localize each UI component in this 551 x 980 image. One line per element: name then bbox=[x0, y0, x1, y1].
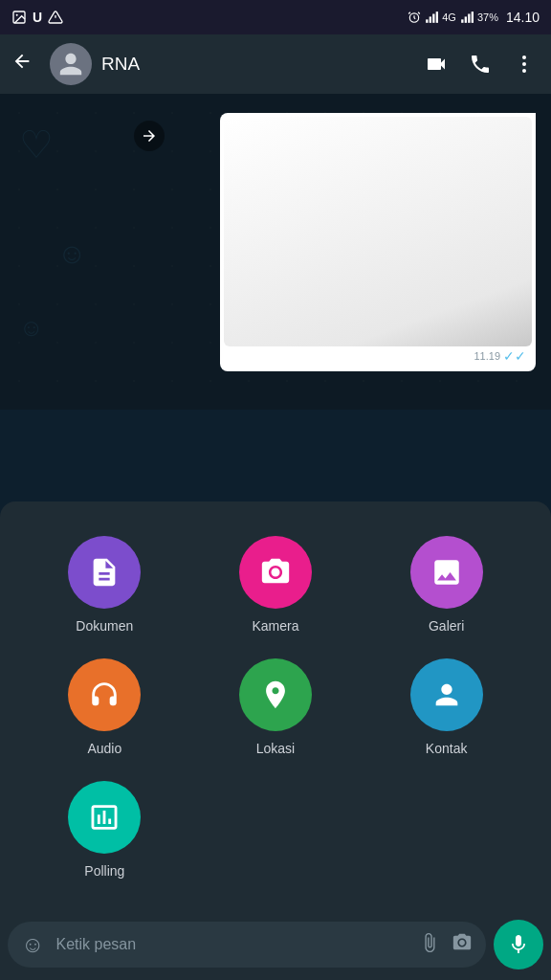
emoji-button[interactable]: ☺ bbox=[21, 931, 45, 958]
kamera-icon-circle bbox=[239, 536, 312, 609]
chat-header: RNA bbox=[0, 34, 551, 94]
status-right-icons: 4G 37% 14.10 bbox=[408, 10, 540, 25]
attachment-kamera[interactable]: Kamera bbox=[190, 528, 362, 641]
more-options-button[interactable] bbox=[505, 45, 543, 83]
kontak-icon-circle bbox=[410, 658, 483, 731]
lokasi-label: Lokasi bbox=[256, 741, 295, 756]
input-bar: ☺ Ketik pesan bbox=[0, 909, 551, 980]
message-ticks: ✓✓ bbox=[503, 348, 526, 364]
svg-rect-11 bbox=[461, 19, 463, 23]
dokumen-label: Dokumen bbox=[76, 618, 133, 634]
u-status-icon: U bbox=[33, 10, 42, 25]
svg-line-5 bbox=[408, 12, 410, 14]
time-display: 14.10 bbox=[506, 10, 540, 25]
kamera-label: Kamera bbox=[252, 618, 298, 634]
svg-point-15 bbox=[522, 56, 526, 59]
svg-line-6 bbox=[418, 12, 420, 14]
message-input-placeholder[interactable]: Ketik pesan bbox=[56, 936, 408, 953]
attachment-panel: Dokumen Kamera Galeri Audio Lokasi bbox=[0, 501, 551, 909]
audio-icon-circle bbox=[68, 658, 141, 731]
lokasi-icon-circle bbox=[239, 658, 312, 731]
battery-label: 37% bbox=[477, 11, 498, 23]
attachment-polling[interactable]: Polling bbox=[19, 773, 190, 886]
message-bubble: 11.19 ✓✓ bbox=[220, 113, 536, 371]
status-bar: U 4G 37% 14.10 bbox=[0, 0, 551, 34]
back-button[interactable] bbox=[4, 43, 40, 85]
svg-point-16 bbox=[522, 62, 526, 66]
deco-2: ☺ bbox=[57, 237, 87, 270]
signal-icon bbox=[425, 11, 438, 24]
attachment-audio[interactable]: Audio bbox=[19, 651, 190, 764]
polling-icon-circle bbox=[68, 781, 141, 854]
svg-rect-12 bbox=[465, 16, 467, 22]
deco-3: ☺ bbox=[19, 314, 44, 342]
message-input-container: ☺ Ketik pesan bbox=[8, 922, 486, 968]
attachment-galeri[interactable]: Galeri bbox=[361, 528, 532, 641]
galeri-label: Galeri bbox=[429, 618, 464, 634]
avatar bbox=[50, 43, 92, 85]
attachment-lokasi[interactable]: Lokasi bbox=[190, 651, 362, 764]
audio-label: Audio bbox=[87, 741, 121, 756]
video-call-button[interactable] bbox=[417, 45, 455, 83]
warning-status-icon bbox=[48, 10, 63, 25]
status-left-icons: U bbox=[11, 10, 63, 25]
svg-rect-14 bbox=[472, 11, 474, 23]
dokumen-icon-circle bbox=[68, 536, 141, 609]
signal2-icon bbox=[460, 11, 474, 24]
svg-rect-9 bbox=[432, 14, 434, 23]
svg-rect-7 bbox=[426, 19, 428, 23]
chat-area: ♡ ☺ ☺ 11.19 ✓✓ bbox=[0, 94, 551, 410]
contact-name: RNA bbox=[101, 54, 408, 75]
kontak-label: Kontak bbox=[426, 741, 468, 756]
svg-point-1 bbox=[16, 14, 18, 16]
alarm-icon bbox=[408, 11, 421, 24]
svg-rect-10 bbox=[436, 11, 438, 23]
polling-label: Polling bbox=[84, 863, 124, 879]
attachment-grid: Dokumen Kamera Galeri Audio Lokasi bbox=[19, 528, 532, 886]
svg-point-17 bbox=[522, 69, 526, 73]
phone-call-button[interactable] bbox=[461, 45, 499, 83]
svg-rect-13 bbox=[468, 14, 470, 23]
attachment-clip-button[interactable] bbox=[419, 932, 440, 958]
forward-button[interactable] bbox=[134, 121, 165, 151]
message-timestamp: 11.19 ✓✓ bbox=[224, 346, 532, 368]
svg-rect-8 bbox=[430, 16, 431, 22]
attachment-dokumen[interactable]: Dokumen bbox=[19, 528, 190, 641]
deco-1: ♡ bbox=[19, 122, 54, 167]
camera-input-button[interactable] bbox=[452, 932, 473, 958]
network-label: 4G bbox=[442, 11, 456, 23]
header-actions bbox=[417, 45, 543, 83]
attachment-kontak[interactable]: Kontak bbox=[361, 651, 532, 764]
mic-button[interactable] bbox=[494, 920, 543, 969]
message-image bbox=[224, 117, 532, 346]
galeri-icon-circle bbox=[410, 536, 483, 609]
image-status-icon bbox=[11, 10, 27, 25]
